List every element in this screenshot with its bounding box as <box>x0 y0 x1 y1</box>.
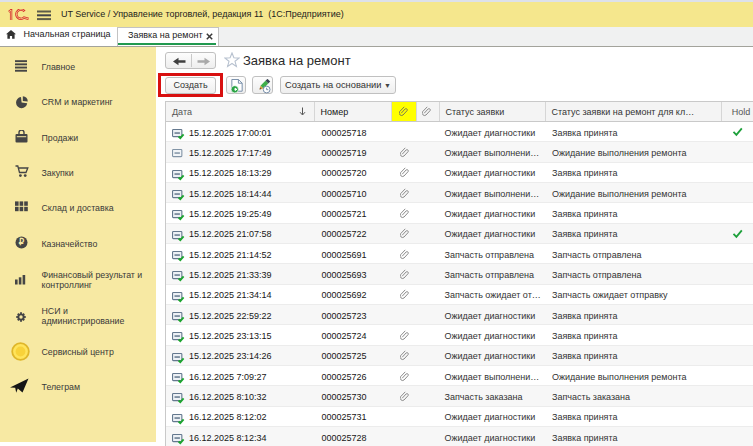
svg-text:₽: ₽ <box>19 237 25 247</box>
